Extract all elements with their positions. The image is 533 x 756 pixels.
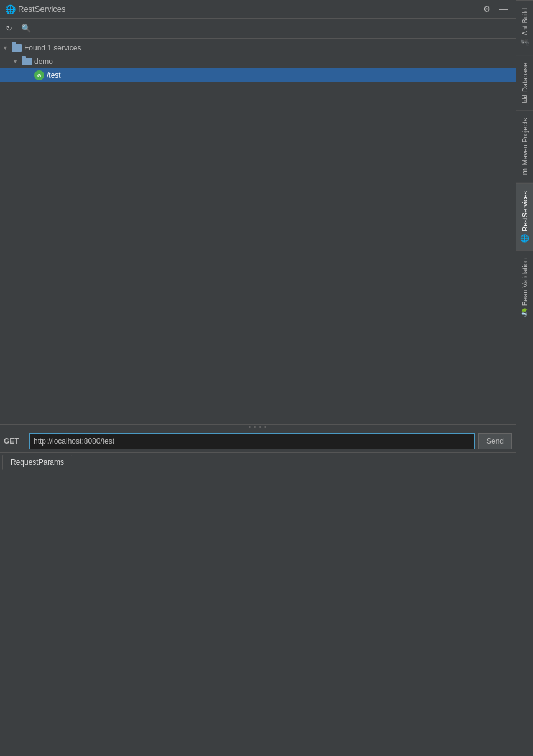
demo-folder-icon — [21, 56, 32, 67]
refresh-icon: ↻ — [6, 24, 12, 33]
refresh-button[interactable]: ↻ — [2, 22, 16, 35]
window-title: RestServices — [18, 4, 66, 14]
title-bar-right: ⚙ — — [480, 2, 511, 16]
rest-services-sidebar-icon: 🌐 — [521, 233, 529, 243]
send-button[interactable]: Send — [478, 433, 512, 449]
sidebar-tab-database[interactable]: 🗄 Database — [516, 55, 533, 110]
tree-endpoint-item[interactable]: ▶ G /test — [0, 68, 516, 82]
endpoint-label: /test — [47, 71, 61, 80]
rest-services-title-icon: 🌐 — [5, 4, 16, 14]
sidebar-tab-bean-validation[interactable]: 🍃 Bean Validation — [516, 250, 533, 325]
sidebar-tab-database-label: Database — [521, 63, 529, 92]
sidebar-tab-rest-services[interactable]: 🌐 RestServices — [516, 183, 533, 251]
panel-splitter[interactable]: • • • • — [0, 424, 516, 429]
http-method-label: GET — [4, 437, 25, 446]
tree-root-item[interactable]: ▼ Found 1 services — [0, 41, 516, 55]
sidebar-tab-rest-services-label: RestServices — [521, 191, 529, 231]
database-icon: 🗄 — [521, 95, 529, 103]
root-folder-icon — [11, 42, 22, 54]
services-tree: ▼ Found 1 services ▼ demo ▶ G /test — [0, 39, 516, 424]
right-sidebar: 🐜 Ant Build 🗄 Database m Maven Projects … — [516, 0, 533, 756]
bean-validation-icon: 🍃 — [521, 309, 529, 318]
minimize-button[interactable]: — — [496, 2, 511, 16]
get-badge: G — [34, 70, 44, 80]
search-icon: 🔍 — [21, 24, 31, 33]
maven-icon: m — [520, 168, 529, 175]
sidebar-tab-ant-build-label: Ant Build — [521, 8, 529, 35]
request-params-area — [0, 470, 516, 756]
root-arrow: ▼ — [2, 45, 11, 51]
toolbar: ↻ 🔍 — [0, 19, 516, 39]
demo-label: demo — [34, 57, 53, 66]
search-button[interactable]: 🔍 — [18, 22, 34, 35]
demo-arrow: ▼ — [12, 58, 21, 65]
title-bar-left: 🌐 RestServices — [5, 4, 66, 14]
ant-build-icon: 🐜 — [521, 38, 529, 47]
main-panel: 🌐 RestServices ⚙ — ↻ 🔍 ▼ Found 1 se — [0, 0, 516, 756]
sidebar-tab-maven[interactable]: m Maven Projects — [516, 110, 533, 182]
sidebar-tab-maven-label: Maven Projects — [521, 118, 529, 166]
tab-request-params[interactable]: RequestParams — [2, 455, 72, 470]
title-bar: 🌐 RestServices ⚙ — — [0, 0, 516, 19]
request-bar: GET Send — [0, 429, 516, 453]
settings-button[interactable]: ⚙ — [480, 2, 494, 16]
tabs-bar: RequestParams — [0, 453, 516, 470]
minimize-icon: — — [499, 4, 508, 14]
tab-request-params-label: RequestParams — [11, 458, 64, 467]
gear-icon: ⚙ — [483, 4, 491, 14]
get-method-icon: G — [34, 70, 45, 81]
sidebar-tab-ant-build[interactable]: 🐜 Ant Build — [516, 0, 533, 55]
root-label: Found 1 services — [24, 44, 81, 52]
url-input[interactable] — [29, 433, 475, 449]
sidebar-tab-bean-validation-label: Bean Validation — [521, 258, 529, 306]
tree-demo-item[interactable]: ▼ demo — [0, 55, 516, 68]
